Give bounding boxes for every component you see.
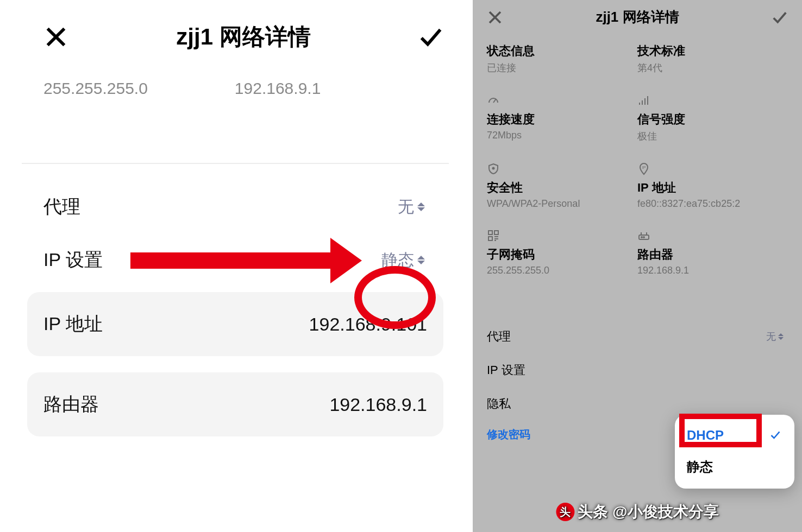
router-icon <box>637 229 788 242</box>
router-cell: 路由器 192.168.9.1 <box>637 229 788 276</box>
svg-rect-4 <box>488 237 492 240</box>
subnet-mask-value: 255.255.255.0 <box>43 79 148 98</box>
ip-settings-value: 静态 <box>381 249 427 271</box>
ip-settings-label: IP 设置 <box>487 362 525 378</box>
confirm-icon[interactable] <box>418 24 443 49</box>
router-value: 192.168.9.1 <box>235 79 321 98</box>
ip-label: IP 地址 <box>637 180 788 196</box>
svg-text:IP: IP <box>642 166 646 169</box>
info-grid: 状态信息 已连接 技术标准 第4代 连接速度 72Mbps 信号强度 极佳 安全… <box>473 32 802 276</box>
updown-icon <box>778 330 788 343</box>
ip-value: fe80::8327:ea75:cb25:2 <box>637 198 788 210</box>
proxy-value: 无 <box>398 196 427 218</box>
mask-icon <box>487 229 637 242</box>
router-value: 192.168.9.1 <box>637 265 788 276</box>
check-icon <box>768 430 782 441</box>
updown-icon <box>417 200 427 213</box>
page-title: zjj1 网络详情 <box>596 8 679 27</box>
router-card-value: 192.168.9.1 <box>329 394 427 415</box>
svg-point-0 <box>493 168 494 169</box>
ip-pin-icon: IP <box>637 162 788 175</box>
status-label: 状态信息 <box>487 43 637 59</box>
watermark-text: 头条 @小俊技术分享 <box>578 502 718 522</box>
security-value: WPA/WPA2-Personal <box>487 198 637 210</box>
signal-value: 极佳 <box>637 130 788 143</box>
watermark: 头 头条 @小俊技术分享 <box>556 502 718 522</box>
signal-label: 信号强度 <box>637 111 788 128</box>
close-icon[interactable] <box>43 24 68 49</box>
mask-value: 255.255.255.0 <box>487 265 637 276</box>
ip-settings-popup: DHCP 静态 <box>675 415 794 489</box>
router-label: 路由器 <box>43 392 99 417</box>
router-card[interactable]: 路由器 192.168.9.1 <box>27 372 443 436</box>
speed-value: 72Mbps <box>487 130 637 141</box>
router-label: 路由器 <box>637 246 788 263</box>
signal-icon <box>637 94 788 107</box>
confirm-icon[interactable] <box>772 9 788 26</box>
close-icon[interactable] <box>487 9 503 26</box>
privacy-label: 隐私 <box>487 396 511 412</box>
speed-cell: 连接速度 72Mbps <box>487 94 637 143</box>
svg-point-7 <box>643 237 644 238</box>
security-cell: 安全性 WPA/WPA2-Personal <box>487 162 637 210</box>
proxy-row[interactable]: 代理 无 <box>487 320 788 353</box>
dhcp-label: DHCP <box>687 428 724 443</box>
settings-list: 代理 无 IP 设置 静态 IP 地址 192.168.9.101 路由器 19… <box>0 164 471 436</box>
proxy-label: 代理 <box>43 194 80 219</box>
standard-value: 第4代 <box>637 61 788 74</box>
left-panel: zjj1 网络详情 255.255.255.0 192.168.9.1 代理 无… <box>0 0 473 532</box>
security-label: 安全性 <box>487 180 637 196</box>
header: zjj1 网络详情 <box>473 0 802 32</box>
svg-rect-3 <box>494 231 498 235</box>
standard-label: 技术标准 <box>637 43 788 59</box>
ip-settings-label: IP 设置 <box>43 248 103 273</box>
watermark-badge-icon: 头 <box>556 503 574 521</box>
ip-address-value: 192.168.9.101 <box>309 314 427 335</box>
proxy-value: 无 <box>766 330 788 343</box>
right-panel: zjj1 网络详情 状态信息 已连接 技术标准 第4代 连接速度 72Mbps … <box>473 0 802 532</box>
speed-icon <box>487 94 637 107</box>
ip-settings-row[interactable]: IP 设置 静态 <box>27 233 443 287</box>
svg-point-6 <box>641 237 642 238</box>
popup-option-static[interactable]: 静态 <box>675 451 794 483</box>
ip-cell: IP IP 地址 fe80::8327:ea75:cb25:2 <box>637 162 788 210</box>
address-row: 255.255.255.0 192.168.9.1 <box>0 68 471 119</box>
shield-icon <box>487 162 637 175</box>
ip-address-label: IP 地址 <box>43 312 103 337</box>
ip-settings-row[interactable]: IP 设置 <box>487 353 788 387</box>
mask-cell: 子网掩码 255.255.255.0 <box>487 229 637 276</box>
header: zjj1 网络详情 <box>0 0 471 68</box>
ip-address-card[interactable]: IP 地址 192.168.9.101 <box>27 292 443 356</box>
proxy-row[interactable]: 代理 无 <box>27 180 443 233</box>
updown-icon <box>417 254 427 267</box>
svg-rect-2 <box>488 231 492 235</box>
mask-label: 子网掩码 <box>487 246 637 263</box>
proxy-label: 代理 <box>487 328 511 345</box>
popup-option-dhcp[interactable]: DHCP <box>675 420 794 451</box>
standard-cell: 技术标准 第4代 <box>637 43 788 74</box>
signal-cell: 信号强度 极佳 <box>637 94 788 143</box>
status-value: 已连接 <box>487 61 637 74</box>
status-cell: 状态信息 已连接 <box>487 43 637 74</box>
speed-label: 连接速度 <box>487 111 637 128</box>
page-title: zjj1 网络详情 <box>176 22 310 52</box>
static-label: 静态 <box>687 458 713 476</box>
